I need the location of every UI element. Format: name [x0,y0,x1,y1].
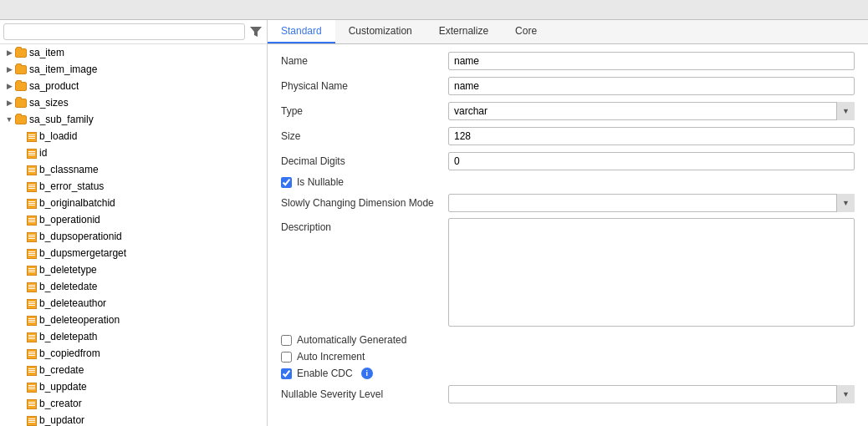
table-icon [15,97,29,109]
tree-item-b_error_status[interactable]: b_error_status [0,178,267,195]
tree-item-b_deletepath[interactable]: b_deletepath [0,328,267,345]
form-row-description: Description [281,218,855,329]
column-icon [27,414,39,426]
label-is-nullable: Is Nullable [297,176,344,188]
tree-item-sa_item_image[interactable]: ▶ sa_item_image [0,61,267,78]
tree-item-sa_sizes[interactable]: ▶ sa_sizes [0,94,267,111]
column-icon [27,130,39,142]
select-scd-mode[interactable] [448,194,855,212]
tree-item-b_dupsoperationid[interactable]: b_dupsoperationid [0,228,267,245]
tree-container: ▶ sa_item▶ sa_item_image▶ sa_product▶ sa… [0,44,267,426]
tree-item-label: sa_item_image [29,63,97,75]
tree-item-label: b_deleteauthor [39,297,106,309]
tree-item-b_creator[interactable]: b_creator [0,395,267,412]
form-area: Name Physical Name Type varchar int bigi… [268,44,868,426]
label-description: Description [281,218,448,233]
tab-core[interactable]: Core [502,20,550,43]
form-row-name: Name [281,51,855,71]
tree-item-label: sa_product [29,80,79,92]
checkbox-is-nullable[interactable] [281,177,292,188]
arrow-icon: ▶ [3,63,15,75]
checkbox-row-enable-cdc: Enable CDC i [281,368,855,379]
tree-item-sa_sub_family[interactable]: ▼ sa_sub_family [0,111,267,128]
checkbox-enable-cdc[interactable] [281,368,292,379]
right-panel: StandardCustomizationExternalizeCore Nam… [268,20,868,426]
column-icon [27,297,39,309]
value-decimal-digits [448,152,855,170]
left-panel: ▶ sa_item▶ sa_item_image▶ sa_product▶ sa… [0,20,268,426]
info-badge-cdc[interactable]: i [361,368,373,379]
checkbox-row-auto-generated: Automatically Generated [281,334,855,346]
tree-item-b_originalbatchid[interactable]: b_originalbatchid [0,195,267,211]
value-name [448,52,855,70]
value-nullable-severity: ▼ [448,385,855,403]
tree-item-label: b_deletepath [39,331,97,342]
label-scd-mode: Slowly Changing Dimension Mode [281,197,448,209]
tree-item-label: sa_sizes [29,97,69,109]
filter-input[interactable] [3,23,245,40]
column-icon [27,164,39,175]
form-row-type: Type varchar int bigint date ▼ [281,101,855,121]
tree-item-label: b_originalbatchid [39,197,115,209]
form-row-physical-name: Physical Name [281,76,855,96]
column-icon [27,331,39,342]
column-icon [27,231,39,242]
column-icon [27,314,39,326]
tab-customization[interactable]: Customization [335,20,426,43]
value-scd-mode: ▼ [448,194,855,212]
column-icon [27,364,39,376]
tree-item-b_classname[interactable]: b_classname [0,161,267,178]
filter-icon[interactable] [248,24,263,39]
select-nullable-severity[interactable] [448,385,855,403]
tree-item-b_uppdate[interactable]: b_uppdate [0,378,267,395]
tree-item-b_operationid[interactable]: b_operationid [0,211,267,228]
tree-item-label: b_operationid [39,214,100,226]
tree-item-label: id [39,147,47,159]
arrow-icon: ▶ [3,47,15,58]
tree-item-label: b_dupsoperationid [39,231,122,242]
tree-item-label: b_uppdate [39,381,87,393]
column-icon [27,197,39,209]
tree-item-b_updator[interactable]: b_updator [0,412,267,426]
tree-item-label: b_dupsmergetarget [39,247,126,259]
tab-standard[interactable]: Standard [268,20,335,43]
tree-item-b_deleteauthor[interactable]: b_deleteauthor [0,295,267,312]
table-icon [15,114,29,125]
label-type: Type [281,105,448,117]
tree-item-b_credate[interactable]: b_credate [0,362,267,378]
tree-item-b_deletetype[interactable]: b_deletetype [0,261,267,278]
tree-item-b_deletedate[interactable]: b_deletedate [0,278,267,295]
tree-item-sa_product[interactable]: ▶ sa_product [0,78,267,94]
title-bar [0,0,868,20]
arrow-icon: ▶ [3,97,15,109]
input-name[interactable] [448,52,855,70]
column-icon [27,347,39,359]
svg-marker-0 [250,27,262,37]
label-auto-increment: Auto Increment [297,351,365,363]
tree-item-b_deleteoperation[interactable]: b_deleteoperation [0,312,267,328]
label-physical-name: Physical Name [281,80,448,92]
checkbox-auto-increment[interactable] [281,352,292,363]
tree-item-sa_item[interactable]: ▶ sa_item [0,44,267,61]
tree-item-b_loadid[interactable]: b_loadid [0,128,267,145]
column-icon [27,264,39,276]
input-physical-name[interactable] [448,77,855,95]
input-description[interactable] [448,218,855,327]
select-type[interactable]: varchar int bigint date [448,102,855,120]
tree-item-label: sa_sub_family [29,114,94,125]
column-icon [27,281,39,292]
checkbox-row-auto-increment: Auto Increment [281,351,855,363]
form-row-scd-mode: Slowly Changing Dimension Mode ▼ [281,193,855,213]
tree-item-label: b_copiedfrom [39,347,100,359]
tree-item-id[interactable]: id [0,145,267,161]
tree-item-label: b_deletedate [39,281,97,292]
tab-externalize[interactable]: Externalize [426,20,502,43]
table-icon [15,63,29,75]
label-decimal-digits: Decimal Digits [281,155,448,167]
tree-item-b_dupsmergetarget[interactable]: b_dupsmergetarget [0,245,267,261]
tree-item-b_copiedfrom[interactable]: b_copiedfrom [0,345,267,362]
input-size[interactable] [448,127,855,145]
filter-bar [0,20,267,44]
input-decimal-digits[interactable] [448,152,855,170]
checkbox-auto-generated[interactable] [281,335,292,346]
